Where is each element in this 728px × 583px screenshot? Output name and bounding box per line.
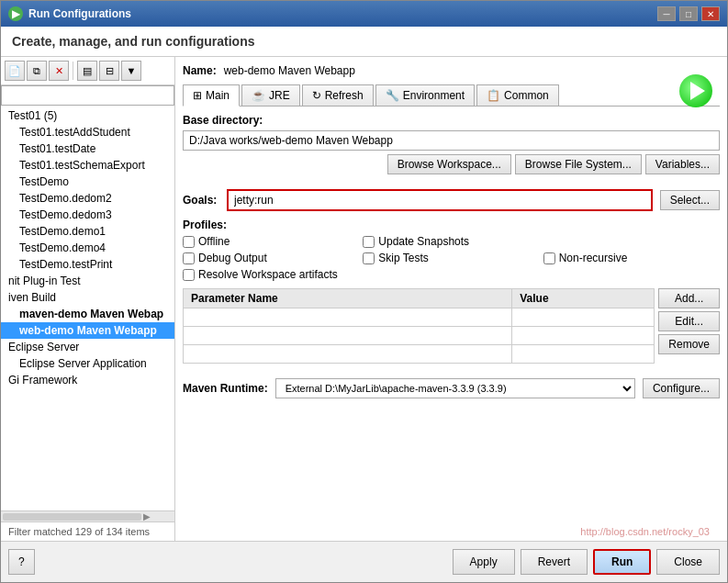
browse-filesystem-button[interactable]: Browse File System...	[515, 154, 642, 174]
sidebar-footer: Filter matched 129 of 134 items	[1, 521, 174, 541]
tab-environment[interactable]: 🔧 Environment	[375, 84, 475, 106]
toolbar-separator-1	[73, 62, 73, 80]
tree-item-eclipse-server[interactable]: Eclipse Server	[1, 339, 174, 355]
tree-item-maven-demo[interactable]: maven-demo Maven Webap	[1, 306, 174, 322]
run-button[interactable]: Run	[593, 549, 651, 575]
minimize-button[interactable]: ─	[657, 6, 676, 21]
main-area: 📄 ⧉ ✕ ▤ ⊟ ▼ Test01 (5) Test01.testAddStu…	[1, 57, 727, 541]
tree-item-testdemo-demo1[interactable]: TestDemo.demo1	[1, 223, 174, 240]
app-icon: ▶	[8, 6, 23, 21]
goals-select-button[interactable]: Select...	[660, 190, 720, 210]
maven-runtime-row: Maven Runtime: External D:\MyJarLib\apac…	[183, 378, 720, 398]
tree-item-testdemo-testprint[interactable]: TestDemo.testPrint	[1, 256, 174, 273]
main-tab-icon: ⊞	[193, 89, 202, 102]
title-bar-left: ▶ Run Configurations	[8, 6, 131, 21]
tree-item-testdemo[interactable]: TestDemo	[1, 174, 174, 190]
add-button[interactable]: Add...	[658, 288, 720, 308]
content-area: Name: web-demo Maven Webapp ⊞ Main ☕ JRE…	[175, 57, 727, 541]
delete-config-button[interactable]: ✕	[49, 61, 69, 81]
update-snapshots-checkbox-item[interactable]: Update Snapshots	[363, 235, 539, 248]
sidebar: 📄 ⧉ ✕ ▤ ⊟ ▼ Test01 (5) Test01.testAddStu…	[1, 57, 175, 541]
goals-input[interactable]	[227, 189, 653, 211]
skip-tests-label: Skip Tests	[378, 252, 428, 264]
tab-main[interactable]: ⊞ Main	[183, 84, 240, 107]
config-tree: Test01 (5) Test01.testAddStudent Test01.…	[1, 106, 174, 510]
tree-item-testdate[interactable]: Test01.testDate	[1, 140, 174, 157]
name-label: Name:	[183, 64, 217, 77]
update-snapshots-checkbox[interactable]	[363, 236, 375, 248]
filter-button[interactable]: ▤	[77, 61, 97, 81]
browse-workspace-button[interactable]: Browse Workspace...	[387, 154, 511, 174]
tab-bar: ⊞ Main ☕ JRE ↻ Refresh 🔧 Environment 📋	[183, 84, 720, 107]
dropdown-button[interactable]: ▼	[121, 61, 141, 81]
params-section: Parameter Name Value Add... Edit...	[183, 288, 720, 371]
param-name-cell	[184, 327, 512, 345]
filter-input[interactable]	[1, 85, 174, 106]
debug-output-label: Debug Output	[198, 252, 267, 264]
resolve-workspace-checkbox-item[interactable]: Resolve Workspace artifacts	[183, 268, 720, 281]
tree-item-plugin-test[interactable]: nit Plug-in Test	[1, 273, 174, 289]
goals-label: Goals:	[183, 194, 219, 207]
variables-button[interactable]: Variables...	[645, 154, 720, 174]
sidebar-toolbar: 📄 ⧉ ✕ ▤ ⊟ ▼	[1, 57, 174, 85]
collapse-button[interactable]: ⊟	[99, 61, 119, 81]
non-recursive-checkbox[interactable]	[543, 252, 555, 264]
base-directory-section: Base directory: Browse Workspace... Brow…	[183, 114, 720, 182]
param-value-cell	[512, 345, 655, 364]
main-tab-label: Main	[206, 89, 230, 102]
tab-jre[interactable]: ☕ JRE	[241, 84, 300, 106]
maven-runtime-label: Maven Runtime:	[183, 382, 268, 395]
close-window-button[interactable]: ✕	[701, 6, 720, 21]
offline-checkbox[interactable]	[183, 236, 195, 248]
tree-item-testdemo-dedom2[interactable]: TestDemo.dedom2	[1, 190, 174, 207]
tree-item-gi-framework[interactable]: Gi Framework	[1, 372, 174, 388]
tree-item-test01[interactable]: Test01 (5)	[1, 107, 174, 124]
skip-tests-checkbox-item[interactable]: Skip Tests	[363, 252, 539, 264]
common-tab-icon: 📋	[487, 89, 500, 102]
name-value: web-demo Maven Webapp	[224, 64, 355, 77]
non-recursive-checkbox-item[interactable]: Non-recursive	[543, 252, 720, 264]
tree-item-testaddstudent[interactable]: Test01.testAddStudent	[1, 124, 174, 140]
new-config-button[interactable]: 📄	[5, 61, 25, 81]
apply-button[interactable]: Apply	[453, 549, 515, 575]
tree-item-eclipse-server-app[interactable]: Eclipse Server Application	[1, 355, 174, 372]
revert-button[interactable]: Revert	[521, 549, 588, 575]
base-directory-input[interactable]	[183, 130, 720, 151]
window-title: Run Configurations	[28, 7, 131, 20]
checkboxes-grid: Offline Update Snapshots Debug Output Sk…	[183, 235, 720, 264]
maximize-button[interactable]: □	[679, 6, 698, 21]
play-triangle	[690, 82, 705, 100]
tree-item-testschemaexport[interactable]: Test01.testSchemaExport	[1, 157, 174, 174]
param-name-cell	[184, 345, 512, 364]
name-row: Name: web-demo Maven Webapp	[183, 64, 720, 77]
remove-button[interactable]: Remove	[658, 334, 720, 354]
debug-output-checkbox-item[interactable]: Debug Output	[183, 252, 359, 264]
run-play-button[interactable]	[679, 74, 712, 107]
tab-refresh[interactable]: ↻ Refresh	[302, 84, 374, 106]
resolve-workspace-checkbox[interactable]	[183, 269, 195, 281]
goals-row: Goals: Select...	[183, 189, 720, 211]
duplicate-config-button[interactable]: ⧉	[27, 61, 47, 81]
edit-button[interactable]: Edit...	[658, 311, 720, 331]
tab-common[interactable]: 📋 Common	[476, 84, 559, 106]
tree-item-web-demo[interactable]: web-demo Maven Webapp	[1, 322, 174, 339]
tree-item-maven-build[interactable]: iven Build	[1, 289, 174, 306]
scrollbar-thumb	[3, 513, 141, 521]
sidebar-scrollbar[interactable]: ▶	[1, 510, 174, 521]
configure-button[interactable]: Configure...	[643, 378, 720, 398]
table-row	[184, 308, 655, 327]
table-row	[184, 345, 655, 364]
offline-checkbox-item[interactable]: Offline	[183, 235, 359, 248]
skip-tests-checkbox[interactable]	[363, 252, 375, 264]
help-icon: ?	[18, 555, 25, 568]
profiles-label: Profiles:	[183, 219, 720, 231]
non-recursive-label: Non-recursive	[559, 252, 628, 264]
help-button[interactable]: ?	[8, 549, 35, 575]
tree-item-testdemo-demo4[interactable]: TestDemo.demo4	[1, 240, 174, 256]
scroll-right-arrow[interactable]: ▶	[143, 511, 151, 521]
maven-runtime-select[interactable]: External D:\MyJarLib\apache-maven-3.3.9 …	[275, 378, 635, 398]
close-button[interactable]: Close	[656, 549, 720, 575]
debug-output-checkbox[interactable]	[183, 252, 195, 264]
tree-item-testdemo-dedom3[interactable]: TestDemo.dedom3	[1, 207, 174, 223]
param-name-header: Parameter Name	[184, 289, 512, 308]
